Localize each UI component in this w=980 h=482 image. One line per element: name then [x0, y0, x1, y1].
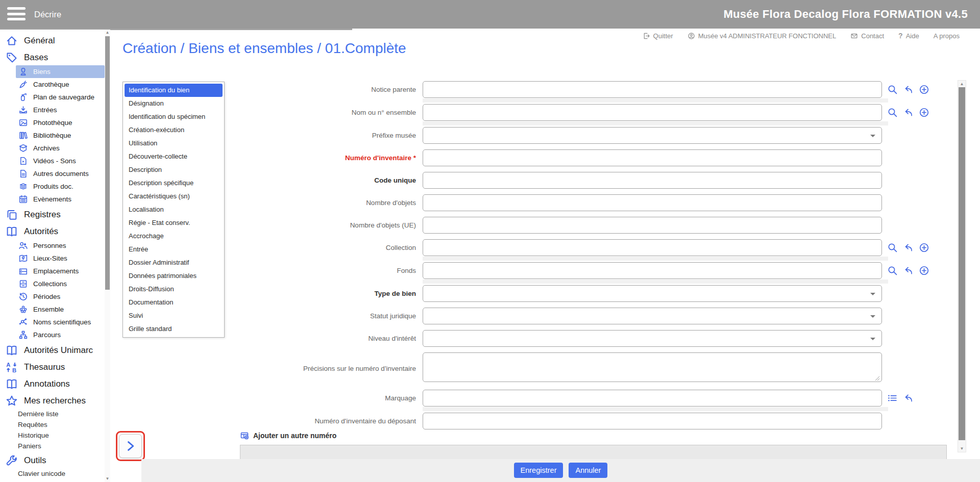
menu-item-description[interactable]: Description — [125, 163, 223, 176]
sidebar-item-derniere-liste[interactable]: Dernière liste — [0, 409, 105, 419]
sidebar-item-noms-scientifiques[interactable]: Noms scientifiques — [0, 316, 105, 328]
menu-item-documentation[interactable]: Documentation — [125, 296, 223, 309]
menu-item-identification-du-specimen[interactable]: Identification du spécimen — [125, 110, 223, 123]
sidebar-item-autorites-unimarc[interactable]: Autorités Unimarc — [0, 343, 105, 358]
toplink-quitter[interactable]: Quitter — [643, 32, 673, 40]
sidebar-item-clavier-unicode[interactable]: Clavier unicode — [0, 468, 105, 479]
menu-item-designation[interactable]: Désignation — [125, 97, 223, 110]
sidebar-item-thesaurus[interactable]: ABThesaurus — [0, 360, 105, 375]
menu-item-creation-execution[interactable]: Création-exécution — [125, 123, 223, 137]
menu-item-grille-standard[interactable]: Grille standard — [125, 322, 223, 336]
sidebar-item-autres-documents[interactable]: Autres documents — [0, 167, 105, 180]
sidebar-item-personnes[interactable]: Personnes — [0, 239, 105, 252]
toplink-musee-v4-administrateur-fonctionnel[interactable]: Musée v4 ADMINISTRATEUR FONCTIONNEL — [688, 32, 837, 40]
main-scrollbar[interactable]: ▲ ▼ — [958, 80, 966, 452]
menu-item-suivi[interactable]: Suivi — [125, 309, 223, 322]
input-fonds[interactable] — [423, 262, 882, 279]
undo-action[interactable] — [903, 242, 914, 253]
select-statut-juridique[interactable] — [423, 308, 882, 324]
textarea-precisions-sur-le-numero-d-inventaire[interactable] — [423, 352, 882, 382]
add-circle-action[interactable] — [919, 265, 929, 276]
sidebar-scrollbar[interactable]: ▲ ▼ — [105, 30, 110, 482]
expand-menu-button[interactable] — [119, 434, 142, 458]
menu-item-entree[interactable]: Entrée — [125, 243, 223, 256]
input-collection[interactable] — [423, 239, 882, 256]
sidebar-item-biens[interactable]: Biens — [16, 65, 105, 78]
sidebar-item-videos-sons[interactable]: Vidéos - Sons — [0, 155, 105, 167]
sidebar-item-ensemble[interactable]: Ensemble — [0, 303, 105, 316]
toplink-contact[interactable]: Contact — [850, 32, 884, 40]
sidebar-item-archives[interactable]: Archives — [0, 142, 105, 155]
sidebar-item-phototheque[interactable]: Photothèque — [0, 116, 105, 129]
save-button[interactable]: Enregistrer — [514, 463, 564, 478]
search-action[interactable] — [887, 84, 898, 95]
sidebar-item-periodes[interactable]: Périodes — [0, 290, 105, 303]
menu-item-localisation[interactable]: Localisation — [125, 203, 223, 216]
sidebar-scrollbar-thumb[interactable] — [105, 36, 110, 290]
undo-action[interactable] — [903, 393, 914, 403]
menu-item-description-specifique[interactable]: Description spécifique — [125, 176, 223, 190]
list-action[interactable] — [887, 393, 898, 403]
sidebar-item-historique[interactable]: Historique — [0, 430, 105, 441]
select-prefixe-musee[interactable] — [423, 127, 882, 144]
undo-action[interactable] — [903, 265, 914, 276]
sidebar-item-plan-de-sauvegarde[interactable]: Plan de sauvegarde — [0, 91, 105, 104]
sidebar-item-paniers[interactable]: Paniers — [0, 441, 105, 451]
input-nombre-d-objets[interactable] — [423, 194, 882, 211]
scroll-up-icon[interactable]: ▲ — [105, 30, 110, 35]
sidebar-item-autorites[interactable]: Autorités — [0, 224, 105, 239]
menu-item-accrochage[interactable]: Accrochage — [125, 230, 223, 243]
input-code-unique[interactable] — [423, 172, 882, 189]
sidebar-item-requetes[interactable]: Requêtes — [0, 419, 105, 430]
sidebar-item-produits-doc[interactable]: Produits doc. — [0, 180, 105, 193]
main-scrollbar-thumb[interactable] — [959, 87, 965, 440]
undo-action[interactable] — [903, 107, 914, 118]
add-number-header[interactable]: Ajouter un autre numéro — [240, 431, 947, 440]
sidebar-item-entrees[interactable]: Entrées — [0, 104, 105, 116]
menu-item-caracteristiques-sn[interactable]: Caractéristiques (sn) — [125, 190, 223, 203]
sidebar-item-bibliotheque[interactable]: Bibliothèque — [0, 129, 105, 142]
menu-item-utilisation[interactable]: Utilisation — [125, 137, 223, 150]
input-notice-parente[interactable] — [423, 81, 882, 98]
input-nombre-d-objets-ue[interactable] — [423, 217, 882, 234]
resize-handle-icon[interactable] — [875, 376, 880, 381]
sidebar-item-emplacements[interactable]: Emplacements — [0, 265, 105, 277]
sidebar-item-general[interactable]: Général — [0, 33, 105, 48]
input-numero-d-inventaire-du-deposant[interactable] — [423, 413, 882, 429]
sidebar-item-lieux-sites[interactable]: Lieux-Sites — [0, 252, 105, 265]
scroll-up-icon[interactable]: ▲ — [958, 81, 966, 87]
menu-item-dossier-administratif[interactable]: Dossier Administratif — [125, 256, 223, 269]
sidebar-item-annotations[interactable]: Annotations — [0, 376, 105, 392]
cancel-button[interactable]: Annuler — [569, 463, 607, 478]
menu-item-donnees-patrimoniales[interactable]: Données patrimoniales — [125, 269, 223, 283]
search-action[interactable] — [887, 242, 898, 253]
sidebar-item-mes-recherches[interactable]: Mes recherches — [0, 393, 105, 409]
sidebar-item-bases[interactable]: Bases — [0, 50, 105, 65]
sidebar-item-evenements[interactable]: Evènements — [0, 193, 105, 206]
add-circle-action[interactable] — [919, 107, 929, 118]
undo-action[interactable] — [903, 84, 914, 95]
sidebar-item-outils[interactable]: Outils — [0, 453, 105, 468]
toplink-aide[interactable]: ?Aide — [898, 32, 919, 40]
search-action[interactable] — [887, 265, 898, 276]
hamburger-menu-icon[interactable] — [7, 7, 26, 23]
menu-item-regie-etat-conserv[interactable]: Régie - Etat conserv. — [125, 216, 223, 230]
menu-item-droits-diffusion[interactable]: Droits-Diffusion — [125, 283, 223, 296]
sidebar-item-parcours[interactable]: Parcours — [0, 328, 105, 341]
input-nom-ou-n-ensemble[interactable] — [423, 104, 882, 121]
scroll-down-icon[interactable]: ▼ — [105, 476, 110, 481]
toplink-a-propos[interactable]: A propos — [934, 32, 960, 40]
add-circle-action[interactable] — [919, 84, 929, 95]
sidebar-item-carotheque[interactable]: Carothèque — [0, 78, 105, 91]
menu-item-decouverte-collecte[interactable]: Découverte-collecte — [125, 150, 223, 163]
add-circle-action[interactable] — [919, 242, 929, 253]
search-action[interactable] — [887, 107, 898, 118]
sidebar-item-collections[interactable]: Collections — [0, 277, 105, 290]
select-type-de-bien[interactable] — [423, 285, 882, 302]
input-marquage[interactable] — [423, 390, 882, 407]
input-numero-d-inventaire[interactable] — [423, 149, 882, 166]
scroll-down-icon[interactable]: ▼ — [958, 446, 966, 451]
menu-item-identification-du-bien[interactable]: Identification du bien — [125, 84, 223, 97]
sidebar-item-registres[interactable]: Registres — [0, 207, 105, 222]
select-niveau-d-interet[interactable] — [423, 330, 882, 347]
